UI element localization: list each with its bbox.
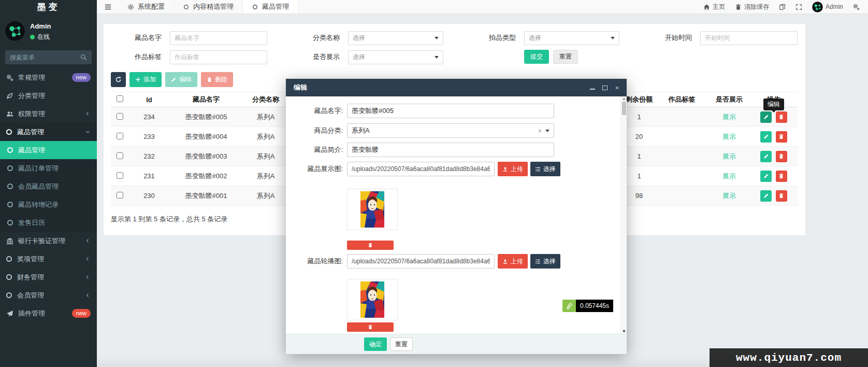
sidebar-subitem-transfer-record[interactable]: 藏品转增记录 (0, 195, 97, 214)
new-badge: new (72, 309, 91, 318)
sidebar-subitem-order-manage[interactable]: 藏品订单管理 (0, 159, 97, 177)
search-icon[interactable] (80, 54, 87, 61)
circle-icon (6, 129, 12, 135)
category-select[interactable]: 选择 (348, 31, 443, 45)
modal-scrollbar[interactable] (620, 96, 627, 334)
tab-collection-manage[interactable]: 藏品管理 (243, 0, 298, 13)
upload-label: 上传 (511, 257, 523, 266)
choose-button[interactable]: 选择 (530, 162, 560, 176)
reset-button[interactable]: 重置 (553, 50, 578, 64)
cell-name: 墨变骷髅#001 (170, 191, 242, 201)
tab-content-featured[interactable]: 内容精选管理 (174, 0, 243, 13)
refresh-tab-button[interactable] (779, 4, 786, 10)
sidebar-subitem-member-collection[interactable]: 会员藏品管理 (0, 177, 97, 195)
select-all-checkbox[interactable] (117, 95, 123, 102)
scroll-up-icon[interactable] (623, 97, 626, 100)
sidebar-item-label: 分类管理 (18, 91, 91, 101)
home-link[interactable]: 主页 (703, 3, 725, 11)
edit-button-disabled[interactable]: 编辑 (165, 72, 197, 87)
confirm-button[interactable]: 确定 (364, 337, 387, 351)
display-select[interactable]: 选择 (348, 50, 443, 64)
row-checkbox[interactable] (117, 152, 123, 159)
sidebar-item-label: 财务管理 (17, 273, 85, 282)
row-checkbox[interactable] (117, 133, 123, 139)
app-root: 墨变 Admin 在线 常规管理 new 分类管理 (0, 0, 868, 367)
maximize-icon[interactable] (602, 86, 607, 90)
carousel-delete-button[interactable] (347, 322, 394, 332)
pencil-icon (763, 153, 769, 159)
cover-path-input[interactable] (347, 162, 495, 176)
display-link[interactable]: 展示 (709, 112, 749, 122)
display-link[interactable]: 展示 (709, 191, 749, 201)
sidebar-item-finance[interactable]: 财务管理 (0, 268, 97, 286)
collection-name-input[interactable] (170, 31, 267, 45)
row-edit-button[interactable] (760, 190, 772, 202)
modal-field-intro: 藏品简介: (286, 143, 554, 157)
auction-type-select[interactable]: 选择 (524, 31, 619, 45)
cover-preview[interactable] (347, 189, 398, 230)
modal-field-cover: 藏品展示图: 上传 选择 (286, 162, 560, 176)
row-delete-button[interactable] (776, 190, 787, 202)
sidebar-search-input[interactable] (10, 54, 77, 61)
carousel-path-input[interactable] (347, 254, 495, 269)
clear-icon[interactable]: × (538, 127, 542, 135)
add-button-label: 添加 (143, 75, 156, 84)
refresh-button[interactable] (111, 72, 126, 87)
scroll-down-icon[interactable] (623, 330, 626, 333)
display-link[interactable]: 展示 (709, 132, 749, 142)
row-edit-button[interactable] (760, 171, 772, 182)
fullscreen-button[interactable] (795, 4, 802, 10)
sidebar-item-award[interactable]: 奖项管理 (0, 250, 97, 268)
work-tag-input[interactable] (170, 50, 267, 64)
start-time-input[interactable] (700, 31, 798, 45)
display-link[interactable]: 展示 (709, 152, 749, 161)
row-checkbox[interactable] (117, 113, 123, 120)
cover-delete-button[interactable] (347, 241, 394, 250)
sidebar-item-permission[interactable]: 权限管理 (0, 105, 97, 123)
select-placeholder: 选择 (529, 34, 541, 43)
sidebar-item-bankcard[interactable]: 银行卡验证管理 (0, 232, 97, 250)
row-delete-button[interactable] (776, 111, 787, 123)
row-delete-button[interactable] (776, 131, 787, 143)
sidebar-item-member[interactable]: 会员管理 (0, 286, 97, 304)
sidebar-item-plugin[interactable]: 插件管理 new (0, 304, 97, 322)
delete-button-disabled[interactable]: 删除 (201, 72, 233, 87)
modal-category-select[interactable]: 系列A × (347, 123, 554, 138)
row-delete-button[interactable] (776, 151, 787, 162)
carousel-preview[interactable] (347, 279, 398, 320)
caret-down-icon (611, 37, 615, 39)
add-button[interactable]: 添加 (129, 72, 162, 87)
modal-intro-input[interactable] (347, 143, 554, 157)
sidebar-item-category[interactable]: 分类管理 (0, 87, 97, 105)
refresh-icon (115, 76, 122, 83)
modal-header[interactable]: 编辑 × (286, 79, 627, 96)
tab-system-config[interactable]: 系统配置 (119, 0, 174, 13)
submit-button[interactable]: 提交 (524, 50, 549, 64)
upload-button[interactable]: 上传 (498, 162, 528, 176)
row-checkbox[interactable] (117, 192, 123, 199)
close-icon[interactable]: × (615, 84, 619, 91)
bank-icon (6, 237, 13, 245)
clear-cache-button[interactable]: 清除缓存 (735, 3, 769, 11)
sidebar-subitem-collection-manage[interactable]: 藏品管理 (0, 141, 97, 159)
choose-button[interactable]: 选择 (530, 254, 560, 269)
settings-button[interactable] (853, 4, 860, 10)
display-link[interactable]: 展示 (709, 172, 749, 181)
trash-icon (207, 77, 212, 82)
minimize-icon[interactable] (590, 89, 595, 90)
modal-reset-button[interactable]: 重置 (390, 337, 413, 351)
user-menu[interactable]: Admin (812, 2, 843, 12)
modal-name-input[interactable] (347, 104, 554, 118)
scrollbar-thumb[interactable] (622, 102, 626, 115)
sidebar-item-collection[interactable]: 藏品管理 (0, 123, 97, 141)
upload-button[interactable]: 上传 (498, 254, 528, 269)
row-edit-button[interactable] (760, 111, 772, 123)
row-delete-button[interactable] (776, 171, 787, 182)
select-placeholder: 选择 (353, 53, 365, 62)
sidebar-subitem-sale-calendar[interactable]: 发售日历 (0, 214, 97, 232)
sidebar-toggle-button[interactable] (97, 0, 119, 13)
row-edit-button[interactable] (760, 151, 772, 162)
row-edit-button[interactable] (760, 131, 772, 143)
row-checkbox[interactable] (117, 172, 123, 179)
sidebar-item-general[interactable]: 常规管理 new (0, 68, 97, 87)
